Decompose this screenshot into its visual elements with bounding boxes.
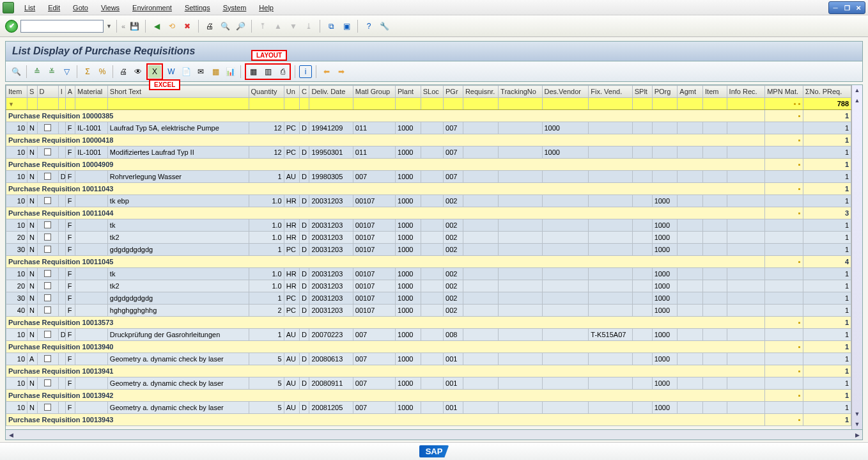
vertical-scrollbar[interactable]: ▲ ▲ ▼ ▼ [851,85,862,429]
requisition-grid[interactable]: ItemSDIAMaterialShort TextQuantityUnCDel… [6,85,851,426]
checkbox[interactable] [44,331,51,338]
filter-row[interactable]: 788 [6,98,851,110]
col-header[interactable]: SLoc [421,86,443,98]
sort-asc-icon[interactable]: ≙ [31,65,43,78]
col-header[interactable]: TrackingNo [499,86,542,98]
table-row[interactable]: 10NFIL-1001Modifiziertes Laufrad Typ II1… [6,147,851,159]
first-page-icon[interactable]: ⤒ [256,20,269,33]
col-header[interactable]: POrg [652,86,678,98]
new-session-icon[interactable]: ⧉ [325,20,337,33]
checkbox[interactable] [44,173,51,180]
table-row[interactable]: 10NFtk1.0HRD2003120300107100000210001 [6,268,851,280]
table-row[interactable]: 10NFtk1.0HRD2003120300107100000210001 [6,219,851,232]
menu-system[interactable]: System [217,1,253,14]
group-row[interactable]: Purchase Requisition 100049091 [6,159,851,171]
prev-page-icon[interactable]: ▲ [272,20,284,33]
checkbox[interactable] [44,306,51,313]
group-row[interactable]: Purchase Requisition 100139431 [6,414,851,426]
col-header[interactable]: Quantity [249,86,284,98]
col-header[interactable]: Agmt [678,86,703,98]
checkbox[interactable] [44,221,51,228]
checkbox[interactable] [44,282,51,289]
checkbox[interactable] [44,124,51,131]
menu-settings[interactable]: Settings [178,1,217,14]
checkbox[interactable] [44,148,51,155]
grid-header-row[interactable]: ItemSDIAMaterialShort TextQuantityUnCDel… [6,86,851,98]
next-page-icon[interactable]: ▼ [287,20,300,33]
checkbox[interactable] [44,197,51,204]
sum-icon[interactable]: Σ [81,65,94,78]
menu-edit[interactable]: Edit [42,1,66,14]
save-icon[interactable]: 💾 [128,20,141,33]
scroll-up-icon[interactable]: ▲ [855,85,860,95]
group-row[interactable]: Purchase Requisition 100110431 [6,183,851,195]
scroll-down-icon[interactable]: ▼ [855,409,860,419]
select-layout-icon[interactable]: ▥ [261,65,274,78]
scroll-left-icon[interactable]: ◀ [6,432,16,438]
col-header[interactable]: Un [284,86,299,98]
excel-icon[interactable]: X [148,65,161,78]
filter-icon[interactable]: ▽ [60,65,73,78]
col-header[interactable]: Fix. Vend. [589,86,632,98]
table-row[interactable]: 10NDFRohrverlegung Wasser1AUD19980305007… [6,171,851,183]
checkbox[interactable] [44,270,51,277]
col-header[interactable]: PGr [444,86,463,98]
sort-desc-icon[interactable]: ≚ [45,65,58,78]
table-row[interactable]: 10NFtk ebp1.0HRD200312030010710000021000… [6,195,851,207]
table-row[interactable]: 20NFtk21.0HRD2003120300107100000210001 [6,232,851,244]
checkbox[interactable] [44,404,51,411]
maximize-button[interactable]: ❐ [841,3,853,13]
scroll-down-icon-2[interactable]: ▼ [855,419,860,429]
view-icon[interactable]: 👁 [132,65,144,78]
table-row[interactable]: 10NDFDruckprüfung der Gasrohrleitungen1A… [6,329,851,341]
col-header[interactable]: Info Rec. [727,86,765,98]
col-header[interactable]: Item [703,86,727,98]
col-header[interactable]: Material [75,86,108,98]
col-header[interactable]: SPlt [632,86,652,98]
col-header[interactable]: Plant [396,86,421,98]
group-row[interactable]: Purchase Requisition 100139411 [6,365,851,377]
local-file-icon[interactable]: 📄 [180,65,192,78]
info-icon[interactable]: i [299,65,312,78]
group-row[interactable]: Purchase Requisition 100139421 [6,390,851,402]
print-icon[interactable]: 🖨 [203,20,216,33]
table-row[interactable]: 40NFhghghgghghhg2PCD20031203001071000002… [6,305,851,317]
table-row[interactable]: 10AFGeometry a. dynamic check by laser5A… [6,353,851,365]
group-row[interactable]: Purchase Requisition 100139401 [6,341,851,353]
print-preview-icon[interactable]: 🖨 [117,65,130,78]
checkbox[interactable] [44,379,51,386]
col-header[interactable]: Matl Group [353,86,395,98]
col-header[interactable]: D [37,86,58,98]
table-row[interactable]: 10NFGeometry a. dynamic check by laser5A… [6,377,851,390]
menu-help[interactable]: Help [252,1,280,14]
checkbox[interactable] [44,355,51,362]
customize-icon[interactable]: 🔧 [378,20,391,33]
col-header[interactable]: S [27,86,37,98]
enter-icon[interactable]: ✔ [5,20,18,33]
cancel-icon[interactable]: ✖ [181,20,194,33]
horizontal-scrollbar[interactable]: ◀ ▶ [5,430,863,440]
change-layout-icon[interactable]: ▦ [247,65,260,78]
group-row[interactable]: Purchase Requisition 100003851 [6,110,851,122]
table-row[interactable]: 20NFtk21.0HRD2003120300107100000210001 [6,280,851,292]
shortcut-icon[interactable]: ▣ [340,20,353,33]
checkbox[interactable] [44,294,51,301]
checkbox[interactable] [44,234,51,241]
group-row[interactable]: Purchase Requisition 100110443 [6,207,851,219]
col-header[interactable]: I [58,86,65,98]
graphic-icon[interactable]: 📊 [224,65,236,78]
checkbox[interactable] [44,246,51,253]
assign-icon[interactable]: ➡ [335,65,348,78]
menu-environment[interactable]: Environment [126,1,178,14]
release-icon[interactable]: ⬅ [320,65,333,78]
command-field[interactable] [20,20,104,33]
save-layout-icon[interactable]: ⎙ [276,65,289,78]
close-button[interactable]: ✕ [853,3,864,13]
col-header[interactable]: Des.Vendor [542,86,589,98]
menu-goto[interactable]: Goto [66,1,95,14]
menu-list[interactable]: List [18,1,42,14]
table-row[interactable]: 10NFGeometry a. dynamic check by laser5A… [6,402,851,414]
find-next-icon[interactable]: 🔎 [234,20,247,33]
table-row[interactable]: 30NFgdgdgdgdgdg1PCD200312030010710000021… [6,292,851,305]
col-header[interactable]: Deliv. Date [309,86,353,98]
